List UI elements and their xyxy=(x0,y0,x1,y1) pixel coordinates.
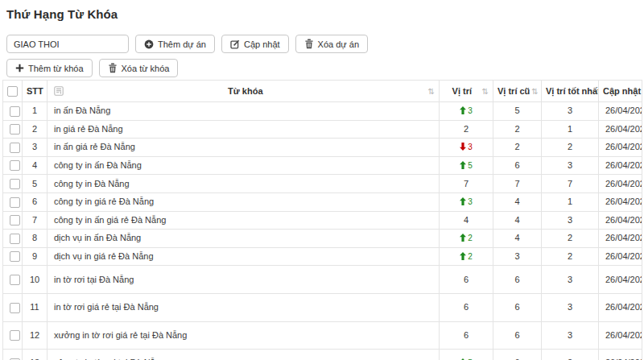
column-header-position[interactable]: Vị trí ⇅ xyxy=(440,81,493,102)
column-header-best-position[interactable]: Vị trí tốt nhất ⇅ xyxy=(542,81,599,102)
plus-circle-icon xyxy=(144,39,154,49)
position-cell: 2 xyxy=(440,230,493,248)
best-position-cell: 3 xyxy=(542,293,599,321)
keyword-cell: công ty in ấn giá rẻ Đà Nẵng xyxy=(47,211,440,230)
row-select-cell xyxy=(3,120,23,139)
old-position-cell: 7 xyxy=(493,175,542,193)
update-button[interactable]: Cập nhật xyxy=(221,35,289,53)
table-row: 3in ấn giá rẻ Đà Nẵng32226/04/2024 xyxy=(3,139,642,157)
trend-up-icon xyxy=(460,233,466,243)
updated-cell: 26/04/2024 xyxy=(599,350,642,360)
table-row: 8dịch vụ in ấn Đà Nẵng24226/04/2024 xyxy=(3,230,642,248)
trend-up-icon xyxy=(460,106,466,116)
row-number-cell: 7 xyxy=(23,211,47,230)
select-all-checkbox[interactable] xyxy=(7,86,18,97)
column-header-old-position[interactable]: Vị trí cũ ⇅ xyxy=(493,81,542,102)
position-cell: 6 xyxy=(440,293,493,321)
keyword-cell: xưởng in tờ rơi giá rẻ tại Đà Nẵng xyxy=(47,321,440,350)
column-header-keyword[interactable]: Từ khóa ⇅ xyxy=(47,81,440,102)
best-position-cell: 1 xyxy=(542,192,599,211)
row-checkbox[interactable] xyxy=(10,197,20,208)
table-row: 2in giá rẻ Đà Nẵng22126/04/2024 xyxy=(3,120,642,139)
table-row: 11in tờ rơi giá rẻ tại Đà Nẵng66326/04/2… xyxy=(3,293,642,321)
copy-icon xyxy=(53,85,64,97)
update-label: Cập nhật xyxy=(244,39,280,49)
row-number-cell: 4 xyxy=(23,156,47,175)
row-checkbox[interactable] xyxy=(10,215,20,226)
row-checkbox[interactable] xyxy=(10,179,20,189)
best-position-cell: 2 xyxy=(542,139,599,157)
project-name-input[interactable] xyxy=(6,35,129,53)
best-position-cell: 2 xyxy=(542,247,599,266)
updated-cell: 26/04/2024 xyxy=(599,175,642,193)
add-project-button[interactable]: Thêm dự án xyxy=(135,35,215,53)
best-position-cell: 3 xyxy=(542,211,599,230)
table-row: 4công ty in ấn Đà Nẵng56326/04/2024 xyxy=(3,156,642,175)
trend-up-icon xyxy=(460,197,466,207)
updated-header-label: Cập nhật xyxy=(603,86,641,96)
row-checkbox[interactable] xyxy=(10,124,20,134)
row-select-cell xyxy=(3,293,23,321)
sort-icon: ⇅ xyxy=(531,87,538,96)
keyword-cell: công ty in tờ rơi tại Đà Nẵng xyxy=(47,350,440,360)
position-header-label: Vị trí xyxy=(444,86,481,96)
position-cell: 6 xyxy=(440,266,493,294)
keyword-cell: dịch vụ in ấn Đà Nẵng xyxy=(47,230,440,248)
row-select-cell xyxy=(3,139,23,157)
stt-header-label: STT xyxy=(27,86,43,96)
position-value: 5 xyxy=(468,161,473,170)
old-position-cell: 5 xyxy=(493,102,542,121)
old-position-cell: 6 xyxy=(493,156,542,175)
keyword-cell: công ty in ấn Đà Nẵng xyxy=(47,156,440,175)
keyword-cell: dịch vụ in giá rẻ Đà Nẵng xyxy=(47,247,440,266)
trend-up-icon xyxy=(460,160,466,171)
delete-project-button[interactable]: Xóa dự án xyxy=(295,35,368,53)
row-checkbox[interactable] xyxy=(10,234,20,244)
best-position-cell: 3 xyxy=(542,156,599,175)
keyword-cell: in tờ rơi tại Đà Nẵng xyxy=(47,266,440,294)
row-checkbox[interactable] xyxy=(10,303,20,313)
project-toolbar: Thêm dự án Cập nhật Xóa dự án xyxy=(6,35,644,53)
position-value: 3 xyxy=(468,197,473,206)
column-header-updated[interactable]: Cập nhật ⇅ xyxy=(599,81,642,102)
column-header-select-all xyxy=(3,81,23,102)
updated-cell: 26/04/2024 xyxy=(599,102,642,121)
row-checkbox[interactable] xyxy=(10,275,20,285)
add-keyword-button[interactable]: Thêm từ khóa xyxy=(6,59,93,77)
column-header-stt: STT xyxy=(23,81,47,102)
delete-keyword-button[interactable]: Xóa từ khóa xyxy=(99,59,179,77)
keyword-cell: in tờ rơi giá rẻ tại Đà Nẵng xyxy=(47,293,440,321)
row-checkbox[interactable] xyxy=(10,106,20,117)
updated-cell: 26/04/2024 xyxy=(599,211,642,230)
keyword-toolbar: Thêm từ khóa Xóa từ khóa xyxy=(6,59,644,77)
position-cell: 2 xyxy=(440,120,493,139)
delete-project-label: Xóa dự án xyxy=(318,39,359,49)
trash-icon xyxy=(304,39,314,49)
table-row: 10in tờ rơi tại Đà Nẵng66326/04/2024 xyxy=(3,266,642,294)
table-row: 1in ấn Đà Nẵng35326/04/2024 xyxy=(3,102,642,121)
trash-icon xyxy=(108,63,118,73)
row-select-cell xyxy=(3,230,23,248)
keyword-cell: in ấn giá rẻ Đà Nẵng xyxy=(47,139,440,157)
row-select-cell xyxy=(3,211,23,230)
keyword-cell: in ấn Đà Nẵng xyxy=(47,102,440,121)
row-number-cell: 2 xyxy=(23,120,47,139)
table-header-row: STT Từ khóa ⇅ Vị trí ⇅ Vị tr xyxy=(3,81,642,102)
sort-icon: ⇅ xyxy=(428,87,435,96)
row-checkbox[interactable] xyxy=(10,330,20,341)
position-value: 2 xyxy=(468,234,473,242)
table-row: 9dịch vụ in giá rẻ Đà Nẵng23226/04/2024 xyxy=(3,247,642,266)
position-cell: 4 xyxy=(440,211,493,230)
position-value: 3 xyxy=(468,143,473,151)
row-number-cell: 11 xyxy=(23,293,47,321)
updated-cell: 26/04/2024 xyxy=(599,230,642,248)
row-select-cell xyxy=(3,247,23,266)
delete-keyword-label: Xóa từ khóa xyxy=(122,64,170,73)
row-checkbox[interactable] xyxy=(10,143,20,153)
row-number-cell: 6 xyxy=(23,192,47,211)
best-position-header-label: Vị trí tốt nhất xyxy=(546,86,599,96)
keyword-cell: công ty in Đà Nẵng xyxy=(47,175,440,193)
row-number-cell: 1 xyxy=(23,102,47,121)
row-checkbox[interactable] xyxy=(10,160,20,171)
row-checkbox[interactable] xyxy=(10,251,20,262)
